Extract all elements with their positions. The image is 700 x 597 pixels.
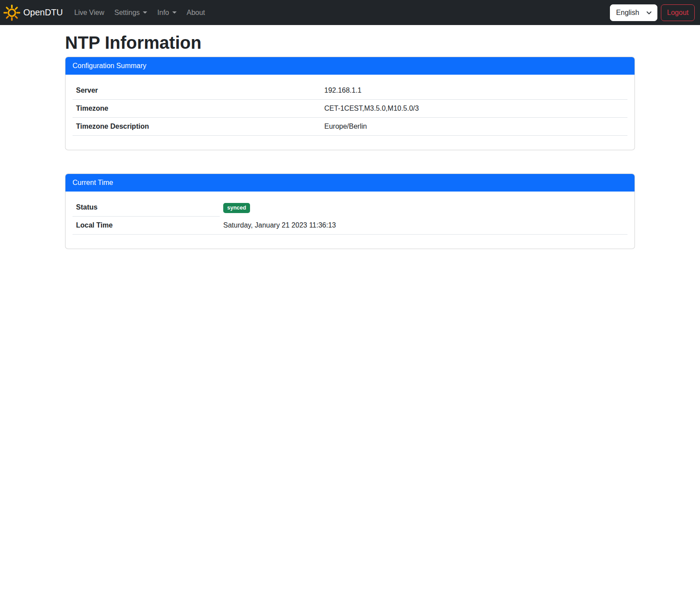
table-row: Server 192.168.1.1 bbox=[73, 82, 627, 100]
row-label-status: Status bbox=[73, 199, 220, 217]
current-time-card: Current Time Status synced Local Time Sa… bbox=[65, 174, 635, 249]
status-badge: synced bbox=[223, 203, 250, 213]
language-select-wrap: English bbox=[610, 4, 657, 21]
nav-item-about[interactable]: About bbox=[183, 5, 209, 20]
caret-down-icon bbox=[143, 11, 147, 14]
navbar: OpenDTU Live View Settings Info About En… bbox=[0, 0, 700, 25]
nav-item-info[interactable]: Info bbox=[154, 5, 180, 20]
row-value-timezone-description: Europe/Berlin bbox=[321, 118, 627, 136]
nav-item-label: About bbox=[187, 9, 205, 17]
configuration-summary-body: Server 192.168.1.1 Timezone CET-1CEST,M3… bbox=[65, 75, 635, 150]
table-row: Status synced bbox=[73, 199, 627, 217]
row-label-timezone-description: Timezone Description bbox=[73, 118, 321, 136]
configuration-summary-header: Configuration Summary bbox=[65, 57, 635, 75]
nav-item-label: Info bbox=[157, 9, 169, 17]
nav-item-label: Live View bbox=[74, 9, 104, 17]
table-row: Local Time Saturday, January 21 2023 11:… bbox=[73, 217, 627, 235]
row-value-timezone: CET-1CEST,M3.5.0,M10.5.0/3 bbox=[321, 100, 627, 118]
main-content: NTP Information Configuration Summary Se… bbox=[65, 32, 635, 249]
row-value-server: 192.168.1.1 bbox=[321, 82, 627, 100]
current-time-body: Status synced Local Time Saturday, Janua… bbox=[65, 192, 635, 249]
row-label-local-time: Local Time bbox=[73, 217, 220, 235]
brand-link[interactable]: OpenDTU bbox=[4, 4, 63, 21]
configuration-summary-table: Server 192.168.1.1 Timezone CET-1CEST,M3… bbox=[73, 82, 627, 136]
nav-item-settings[interactable]: Settings bbox=[111, 5, 151, 20]
logout-button[interactable]: Logout bbox=[661, 4, 695, 21]
brand-label: OpenDTU bbox=[23, 7, 63, 18]
page-title: NTP Information bbox=[65, 32, 635, 53]
caret-down-icon bbox=[172, 11, 177, 14]
navbar-right: English Logout bbox=[610, 4, 695, 21]
current-time-header: Current Time bbox=[65, 174, 635, 192]
current-time-table: Status synced Local Time Saturday, Janua… bbox=[73, 199, 627, 235]
row-value-status: synced bbox=[220, 199, 627, 217]
row-label-timezone: Timezone bbox=[73, 100, 321, 118]
nav-item-live-view[interactable]: Live View bbox=[71, 5, 108, 20]
table-row: Timezone Description Europe/Berlin bbox=[73, 118, 627, 136]
table-row: Timezone CET-1CEST,M3.5.0,M10.5.0/3 bbox=[73, 100, 627, 118]
navbar-left: OpenDTU Live View Settings Info About bbox=[4, 4, 212, 21]
nav-items: Live View Settings Info About bbox=[71, 5, 212, 20]
sun-icon bbox=[4, 4, 20, 21]
configuration-summary-card: Configuration Summary Server 192.168.1.1… bbox=[65, 57, 635, 150]
row-label-server: Server bbox=[73, 82, 321, 100]
language-select[interactable]: English bbox=[610, 4, 657, 21]
row-value-local-time: Saturday, January 21 2023 11:36:13 bbox=[220, 217, 627, 235]
nav-item-label: Settings bbox=[114, 9, 140, 17]
